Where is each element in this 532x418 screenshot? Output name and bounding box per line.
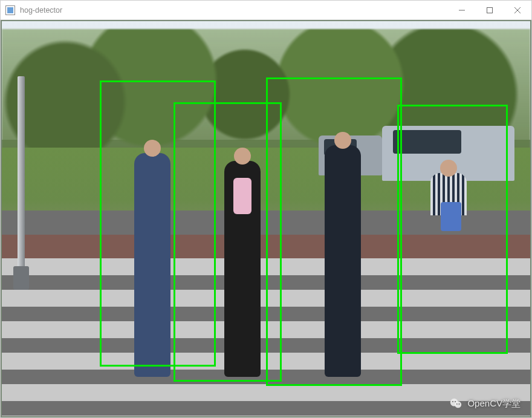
close-icon	[514, 7, 521, 13]
app-icon	[5, 5, 15, 15]
image-viewport: OpenCV学堂	[1, 20, 531, 417]
wechat-icon	[449, 397, 462, 410]
titlebar[interactable]: hog-detector	[1, 1, 531, 20]
svg-point-6	[452, 401, 453, 402]
maximize-button[interactable]	[476, 1, 504, 19]
svg-point-7	[455, 401, 456, 402]
pedestrian	[319, 132, 366, 377]
app-window: hog-detector	[0, 0, 532, 418]
lamp-pole	[18, 76, 25, 274]
svg-point-8	[456, 403, 458, 405]
svg-point-9	[459, 403, 460, 405]
minimize-button[interactable]	[448, 1, 476, 19]
window-controls	[448, 1, 531, 19]
svg-rect-1	[487, 7, 493, 13]
watermark-text: OpenCV学堂	[467, 398, 521, 410]
svg-point-5	[455, 401, 462, 408]
lamp-pole-base	[13, 266, 29, 290]
scene-illustration: OpenCV学堂	[2, 21, 530, 416]
minimize-icon	[459, 7, 465, 13]
maximize-icon	[487, 7, 493, 13]
window-title: hog-detector	[20, 6, 448, 15]
watermark: OpenCV学堂	[449, 397, 521, 410]
pedestrian	[129, 140, 177, 377]
pedestrian	[218, 148, 266, 377]
close-button[interactable]	[504, 1, 531, 19]
pedestrian	[424, 160, 472, 377]
